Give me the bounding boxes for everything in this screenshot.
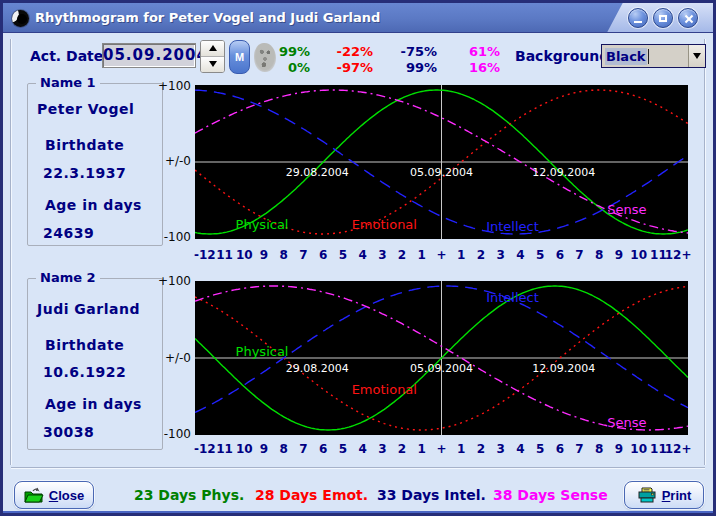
- series-label-emotional: Emotional: [352, 382, 417, 397]
- maximize-icon: [659, 15, 667, 22]
- x-tick-label: +: [436, 442, 446, 456]
- x-tick-label: 8: [595, 248, 603, 262]
- x-tick-label: -12: [194, 248, 216, 262]
- readout-physical-2: 0%: [276, 60, 310, 76]
- series-label-physical: Physical: [236, 217, 289, 232]
- maximize-button[interactable]: [653, 8, 673, 28]
- series-label-intellect: Intellect: [486, 290, 539, 305]
- x-tick-label: 11: [216, 442, 233, 456]
- x-tick-label: 7: [299, 442, 307, 456]
- legend-intellect: 33 Days Intel.: [377, 487, 486, 503]
- x-tick-label: +: [436, 248, 446, 262]
- x-tick-label: 8: [595, 442, 603, 456]
- x-tick-label: 10: [630, 248, 647, 262]
- x-tick-label: 1: [418, 248, 426, 262]
- chart-date-label: 29.08.2004: [286, 362, 349, 375]
- x-tick-label: 7: [575, 442, 583, 456]
- x-tick-label: 4: [516, 248, 524, 262]
- minimize-button[interactable]: [628, 8, 648, 28]
- person2-group: Name 2 Judi Garland Birthdate 10.6.1922 …: [27, 278, 163, 450]
- print-button-label: Print: [662, 488, 692, 503]
- spinner-down-button[interactable]: [201, 57, 224, 73]
- x-tick-label: 1: [457, 442, 465, 456]
- readout-intellect-2: 99%: [373, 60, 437, 76]
- x-tick-label: 10: [236, 248, 253, 262]
- readout-emotional-1: -22%: [310, 44, 373, 60]
- chart-date-label: 12.09.2004: [532, 362, 595, 375]
- minimize-icon: [634, 21, 642, 23]
- y-axis-top-label-1: +100: [147, 79, 191, 93]
- y-axis-mid-label-1: +/-0: [147, 154, 191, 168]
- person2-name: Judi Garland: [37, 301, 140, 317]
- date-spinner: [200, 40, 225, 73]
- readout-sense-2: 16%: [437, 60, 500, 76]
- y-axis-top-label-2: +100: [147, 274, 191, 288]
- x-tick-label: 12+: [665, 442, 692, 456]
- x-axis-ticks-1: -121110987654321+123456789101112+: [195, 248, 688, 264]
- x-tick-label: 11: [216, 248, 233, 262]
- x-tick-label: 3: [378, 442, 386, 456]
- x-tick-label: 6: [319, 248, 327, 262]
- legend-sense: 38 Days Sense: [493, 487, 608, 503]
- x-tick-label: 5: [339, 442, 347, 456]
- background-select[interactable]: Black: [601, 44, 706, 68]
- readout-intellect-1: -75%: [373, 44, 437, 60]
- x-tick-label: 9: [615, 442, 623, 456]
- background-select-value[interactable]: Black: [602, 45, 688, 67]
- x-tick-label: 9: [615, 248, 623, 262]
- chart-date-label: 05.09.2004: [410, 166, 473, 179]
- x-tick-label: 2: [398, 442, 406, 456]
- x-tick-label: 9: [260, 442, 268, 456]
- separator: [11, 467, 705, 469]
- m-button[interactable]: M: [229, 40, 250, 74]
- person1-age-label: Age in days: [45, 197, 142, 213]
- chart-person2: 29.08.200405.09.200412.09.2004PhysicalEm…: [195, 281, 688, 435]
- close-window-button[interactable]: [678, 8, 698, 28]
- legend-emotional: 28 Days Emot.: [255, 487, 368, 503]
- x-tick-label: 6: [556, 248, 564, 262]
- biorhythm-readout-grid: 99% -22% -75% 61% 0% -97% 99% 16%: [276, 44, 500, 76]
- exit-folder-icon: [24, 487, 44, 503]
- person1-group-label: Name 1: [36, 75, 100, 90]
- window-title: Rhythmogram for Peter Vogel and Judi Gar…: [35, 10, 380, 25]
- x-tick-label: 10: [236, 442, 253, 456]
- person2-birthdate-value: 10.6.1922: [43, 364, 126, 380]
- background-label: Background: [515, 48, 609, 64]
- app-window: Rhythmogram for Peter Vogel and Judi Gar…: [0, 0, 716, 516]
- x-tick-label: 2: [477, 442, 485, 456]
- readout-sense-1: 61%: [437, 44, 500, 60]
- x-tick-label: 8: [280, 442, 288, 456]
- y-axis-bottom-label-1: -100: [147, 230, 191, 244]
- x-tick-label: 2: [398, 248, 406, 262]
- x-tick-label: 4: [358, 248, 366, 262]
- chart-person1: 29.08.200405.09.200412.09.2004PhysicalEm…: [195, 85, 688, 239]
- person2-birthdate-label: Birthdate: [45, 337, 124, 353]
- x-tick-label: 8: [280, 248, 288, 262]
- act-date-input[interactable]: 05.09.2004: [102, 43, 196, 68]
- x-tick-label: 10: [630, 442, 647, 456]
- moon-icon: [12, 10, 29, 27]
- x-tick-label: 5: [536, 442, 544, 456]
- spinner-up-button[interactable]: [201, 41, 224, 57]
- x-tick-label: 7: [575, 248, 583, 262]
- x-tick-label: 3: [496, 248, 504, 262]
- x-tick-label: 1: [457, 248, 465, 262]
- person2-group-label: Name 2: [36, 270, 100, 285]
- print-button[interactable]: Print: [624, 481, 704, 509]
- portrait-icon: [254, 43, 276, 72]
- biorhythm-plot: 29.08.200405.09.200412.09.2004PhysicalEm…: [195, 85, 688, 239]
- chevron-down-icon: [693, 53, 701, 59]
- y-axis-bottom-label-2: -100: [147, 427, 191, 441]
- x-tick-label: 4: [516, 442, 524, 456]
- separator: [704, 39, 706, 465]
- chart-date-label: 12.09.2004: [532, 166, 595, 179]
- chart-date-label: 05.09.2004: [410, 362, 473, 375]
- x-tick-label: 3: [378, 248, 386, 262]
- printer-icon: [637, 487, 657, 504]
- close-button[interactable]: Close: [14, 481, 94, 509]
- person1-birthdate-label: Birthdate: [45, 137, 124, 153]
- text-caret: [648, 49, 649, 64]
- dropdown-arrow-button[interactable]: [688, 45, 705, 67]
- person2-age-value: 30038: [43, 424, 94, 440]
- legend-physical: 23 Days Phys.: [134, 487, 244, 503]
